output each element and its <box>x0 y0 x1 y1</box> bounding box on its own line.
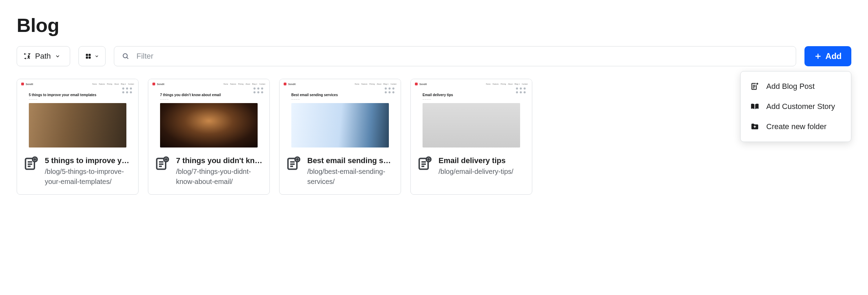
plus-icon <box>814 52 822 60</box>
menu-item-add-customer-story[interactable]: Add Customer Story <box>741 96 851 117</box>
card-path: /blog/email-delivery-tips/ <box>439 167 514 177</box>
menu-item-label: Add Blog Post <box>766 82 815 91</box>
drag-handle-icon[interactable] <box>516 87 526 93</box>
card-title: 7 things you didn't know ... <box>176 156 263 165</box>
add-label: Add <box>825 51 842 61</box>
card-path: /blog/7-things-you-didnt-know-about-emai… <box>176 167 263 187</box>
drag-handle-icon[interactable] <box>253 87 263 93</box>
svg-rect-6 <box>753 86 756 87</box>
toolbar: Path Add Add Blog Post <box>17 46 851 66</box>
sort-label: Path <box>35 52 51 61</box>
folder-add-icon <box>750 122 759 131</box>
svg-rect-5 <box>753 85 756 86</box>
page-add-icon <box>23 156 39 171</box>
mini-meta: — — — — <box>423 98 528 100</box>
card-thumbnail: Sendit HomeFeaturePricing AboutBlog ▾Con… <box>279 79 401 150</box>
content-card[interactable]: Sendit HomeFeaturePricing AboutBlog ▾Con… <box>17 79 139 195</box>
menu-item-add-blog-post[interactable]: Add Blog Post <box>741 76 851 96</box>
mini-logo-icon <box>152 83 155 85</box>
card-path: /blog/5-things-to-improve-your-email-tem… <box>45 167 132 187</box>
mini-hero-image <box>29 103 126 148</box>
grid-icon <box>85 52 92 60</box>
mini-title: 7 things you didn't know about email <box>160 93 265 97</box>
mini-nav-links: HomeFeaturePricing AboutBlog ▾Contact <box>92 83 134 85</box>
search-icon <box>122 52 130 60</box>
view-toggle[interactable] <box>78 46 106 66</box>
svg-rect-2 <box>86 57 88 59</box>
svg-point-4 <box>123 54 127 58</box>
mini-logo-icon <box>284 83 286 85</box>
filter-field[interactable] <box>114 46 796 66</box>
mini-hero-image <box>160 103 258 148</box>
svg-rect-0 <box>86 54 88 56</box>
menu-item-label: Create new folder <box>766 122 827 131</box>
page-title: Blog <box>17 14 851 36</box>
mini-brand: Sendit <box>419 83 427 85</box>
book-open-icon <box>750 102 759 111</box>
svg-rect-3 <box>89 57 91 59</box>
mini-brand: Sendit <box>157 83 164 85</box>
mini-brand: Sendit <box>288 83 295 85</box>
content-card[interactable]: Sendit HomeFeaturePricing AboutBlog ▾Con… <box>410 79 532 195</box>
card-thumbnail: Sendit HomeFeaturePricing AboutBlog ▾Con… <box>148 79 269 150</box>
chevron-down-icon <box>55 53 60 59</box>
chevron-down-icon <box>94 53 99 59</box>
mini-hero-image <box>291 103 389 148</box>
card-title: Best email sending servi... <box>307 156 394 165</box>
mini-title: 5 things to improve your email templates <box>29 93 134 97</box>
page-add-icon <box>286 156 301 171</box>
mini-hero-image <box>423 103 520 148</box>
add-menu: Add Blog Post Add Customer Story Create … <box>740 71 851 142</box>
filter-input[interactable] <box>136 51 788 61</box>
sort-az-icon <box>23 52 31 60</box>
sort-select[interactable]: Path <box>17 46 70 66</box>
page-add-icon <box>155 156 170 171</box>
card-title: 5 things to improve your ... <box>45 156 132 165</box>
mini-nav-links: HomeFeaturePricing AboutBlog ▾Contact <box>223 83 265 85</box>
page-add-icon <box>750 82 759 91</box>
card-path: /blog/best-email-sending-services/ <box>307 167 394 187</box>
mini-nav-links: HomeFeaturePricing AboutBlog ▾Contact <box>486 83 528 85</box>
card-title: Email delivery tips <box>439 156 514 165</box>
drag-handle-icon[interactable] <box>385 87 394 93</box>
mini-meta: — — — — <box>160 98 265 100</box>
add-button[interactable]: Add <box>804 46 851 66</box>
mini-meta: — — — — <box>291 98 397 100</box>
card-thumbnail: Sendit HomeFeaturePricing AboutBlog ▾Con… <box>17 79 138 150</box>
mini-nav-links: HomeFeaturePricing AboutBlog ▾Contact <box>354 83 397 85</box>
mini-brand: Sendit <box>26 83 33 85</box>
menu-item-create-folder[interactable]: Create new folder <box>741 117 851 137</box>
card-thumbnail: Sendit HomeFeaturePricing AboutBlog ▾Con… <box>411 79 532 150</box>
menu-item-label: Add Customer Story <box>766 102 835 111</box>
svg-rect-7 <box>753 87 754 88</box>
drag-handle-icon[interactable] <box>122 87 132 93</box>
content-card[interactable]: Sendit HomeFeaturePricing AboutBlog ▾Con… <box>279 79 401 195</box>
svg-rect-1 <box>89 54 91 56</box>
mini-logo-icon <box>21 83 24 85</box>
mini-title: Email delivery tips <box>423 93 528 97</box>
mini-title: Best email sending services <box>291 93 397 97</box>
mini-meta: — — — — <box>29 98 134 100</box>
content-card[interactable]: Sendit HomeFeaturePricing AboutBlog ▾Con… <box>148 79 270 195</box>
content-grid: Sendit HomeFeaturePricing AboutBlog ▾Con… <box>17 79 851 195</box>
mini-logo-icon <box>415 83 418 85</box>
page-add-icon <box>417 156 432 171</box>
